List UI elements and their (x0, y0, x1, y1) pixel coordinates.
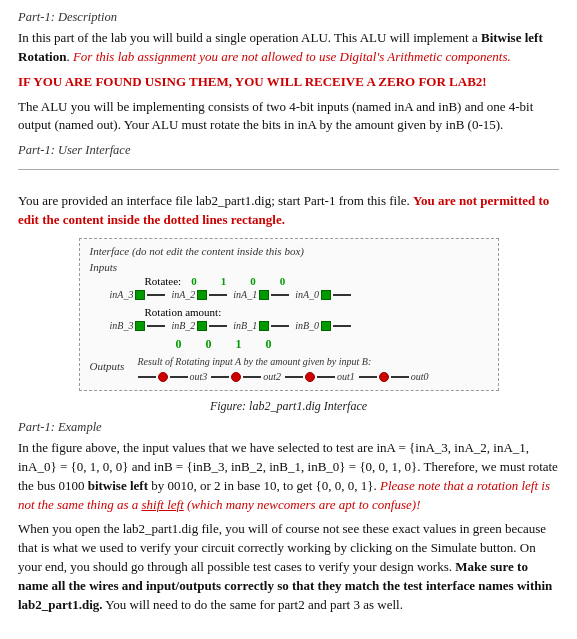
out1-label: out1 (337, 371, 355, 382)
inb0-box (321, 321, 331, 331)
out0-circle (379, 372, 389, 382)
inb2-group: inB_2 (171, 320, 227, 331)
ina0-box (321, 290, 331, 300)
ina1-group: inA_1 (233, 289, 289, 300)
example-para2-normal2: You will need to do the same for part2 a… (103, 597, 403, 612)
inb3-box (135, 321, 145, 331)
inb0-group: inB_0 (295, 320, 351, 331)
out2-circle (231, 372, 241, 382)
inb0-arrow (333, 325, 351, 327)
out1-arrow-in (285, 376, 303, 378)
ina3-label: inA_3 (110, 289, 134, 300)
rot-val-3: 0 (266, 337, 272, 352)
ina2-pin: inA_2 (171, 289, 227, 300)
rotate-values-row: Rotatee: 0 1 0 0 (145, 275, 488, 287)
out0-arrow-in (359, 376, 377, 378)
desc-para1-warning: IF YOU ARE FOUND USING THEM, YOU WILL RE… (18, 73, 559, 92)
out3-arrow-in (138, 376, 156, 378)
spacer-1 (18, 180, 559, 192)
inb0-pin: inB_0 (295, 320, 351, 331)
out3-circle (158, 372, 168, 382)
rotation-amount-text: Rotation amount: (145, 306, 222, 318)
inb2-box (197, 321, 207, 331)
desc-para1-italic-red: For this lab assignment you are not allo… (73, 49, 511, 64)
example-italic-red-underline: shift left (142, 497, 184, 512)
ina-pins-row: inA_3 inA_2 inA_1 (110, 289, 488, 300)
outputs-content: Result of Rotating input A by the amount… (138, 356, 488, 382)
inb3-pin: inB_3 (110, 320, 166, 331)
interface-box-title: Interface (do not edit the content insid… (90, 245, 488, 257)
inputs-section: Inputs Rotatee: 0 1 0 0 inA_3 (90, 261, 488, 352)
output-pins-row: out3 out2 out1 (138, 371, 488, 382)
out3-group: out3 (138, 371, 208, 382)
inb0-label: inB_0 (295, 320, 319, 331)
ina3-group: inA_3 (110, 289, 166, 300)
example-para1-normal2: by 0010, or 2 in base 10, to get {0, 0, … (148, 478, 380, 493)
inb1-group: inB_1 (233, 320, 289, 331)
rotation-bottom-values: 0 0 1 0 (176, 337, 488, 352)
inb3-group: inB_3 (110, 320, 166, 331)
out2-arrow-in (211, 376, 229, 378)
outputs-label-text: Outputs (90, 360, 130, 372)
inb3-arrow (147, 325, 165, 327)
out3-arrow-out (170, 376, 188, 378)
out1-group: out1 (285, 371, 355, 382)
ina0-label: inA_0 (295, 289, 319, 300)
rotate-values: 0 1 0 0 (191, 275, 285, 287)
inb1-label: inB_1 (233, 320, 257, 331)
rot-val-0: 0 (176, 337, 182, 352)
ina3-pin: inA_3 (110, 289, 166, 300)
ina2-group: inA_2 (171, 289, 227, 300)
interface-box: Interface (do not edit the content insid… (79, 238, 499, 391)
ina0-pin: inA_0 (295, 289, 351, 300)
part1-example-title: Part-1: Example (18, 420, 559, 435)
out1-circle (305, 372, 315, 382)
inb1-box (259, 321, 269, 331)
out0-label: out0 (411, 371, 429, 382)
rotate-val-1: 1 (221, 275, 227, 287)
ina0-group: inA_0 (295, 289, 351, 300)
example-italic-red2: (which many newcomers are apt to confuse… (184, 497, 421, 512)
rotate-val-0: 0 (191, 275, 197, 287)
out1-arrow-out (317, 376, 335, 378)
rotate-val-3: 0 (280, 275, 286, 287)
ina2-label: inA_2 (171, 289, 195, 300)
ina1-label: inA_1 (233, 289, 257, 300)
divider-1 (18, 169, 559, 170)
ina0-arrow (333, 294, 351, 296)
ina2-box (197, 290, 207, 300)
desc-para2: The ALU you will be implementing consist… (18, 98, 559, 136)
inb1-pin: inB_1 (233, 320, 289, 331)
example-para2: When you open the lab2_part1.dig file, y… (18, 520, 559, 614)
out2-group: out2 (211, 371, 281, 382)
out3-label: out3 (190, 371, 208, 382)
ina1-box (259, 290, 269, 300)
out0-arrow-out (391, 376, 409, 378)
inb2-pin: inB_2 (171, 320, 227, 331)
ina3-box (135, 290, 145, 300)
inb3-label: inB_3 (110, 320, 134, 331)
inb-pins-row: inB_3 inB_2 inB_1 (110, 320, 488, 331)
interface-intro-text: You are provided an interface file lab2_… (18, 193, 413, 208)
inb2-label: inB_2 (171, 320, 195, 331)
rot-val-2: 1 (236, 337, 242, 352)
out0-group: out0 (359, 371, 429, 382)
inputs-label: Inputs (90, 261, 488, 273)
example-para1: In the figure above, the input values th… (18, 439, 559, 514)
part1-description-title: Part-1: Description (18, 10, 559, 25)
inb1-arrow (271, 325, 289, 327)
inb2-arrow (209, 325, 227, 327)
ina1-arrow (271, 294, 289, 296)
rotate-val-2: 0 (250, 275, 256, 287)
ina3-arrow (147, 294, 165, 296)
ina1-pin: inA_1 (233, 289, 289, 300)
rotate-label-text: Rotatee: (145, 275, 182, 287)
page: Part-1: Description In this part of the … (0, 0, 577, 639)
rotation-amount-label: Rotation amount: (145, 306, 488, 318)
example-bold: bitwise left (88, 478, 148, 493)
out2-arrow-out (243, 376, 261, 378)
figure-caption: Figure: lab2_part1.dig Interface (18, 399, 559, 414)
rot-val-1: 0 (206, 337, 212, 352)
part1-ui-title: Part-1: User Interface (18, 141, 559, 159)
out2-label: out2 (263, 371, 281, 382)
